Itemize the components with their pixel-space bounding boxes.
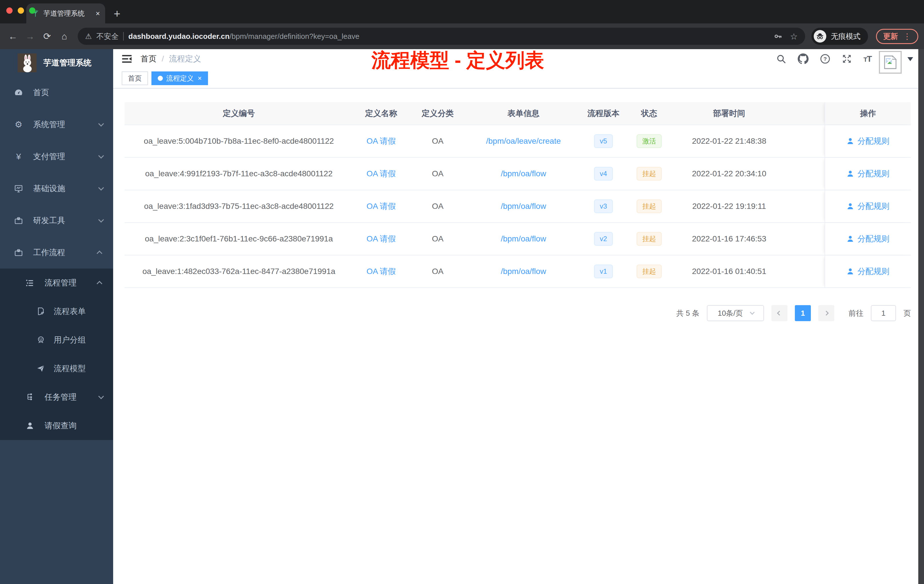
form-link[interactable]: /bpm/oa/flow — [501, 202, 546, 211]
sidebar: 芋道管理系统 首页 ⚙ 系统管理 ¥ 支付管理 — [0, 49, 113, 584]
new-tab-button[interactable]: + — [114, 8, 120, 20]
definition-name-link[interactable]: OA 请假 — [366, 168, 396, 179]
reload-icon[interactable]: ⟳ — [40, 31, 54, 42]
assign-rule-label: 分配规则 — [858, 266, 889, 277]
breadcrumb-separator: / — [162, 54, 164, 63]
col-header-version: 流程版本 — [581, 102, 626, 125]
col-header-category: 定义分类 — [409, 102, 466, 125]
cell-category: OA — [409, 158, 466, 190]
font-size-icon[interactable]: TT — [863, 54, 871, 64]
sidebar-item-process-form[interactable]: 流程表单 — [0, 297, 113, 326]
assign-rule-link[interactable]: 分配规则 — [846, 168, 889, 179]
hamburger-icon[interactable] — [122, 54, 132, 63]
form-link[interactable]: /bpm/oa/flow — [501, 169, 546, 178]
help-icon[interactable]: ? — [820, 54, 830, 64]
zoom-window-button[interactable] — [29, 7, 35, 14]
cell-definition-id: oa_leave:1:482ec033-762a-11ec-8477-a2380… — [125, 256, 353, 287]
avatar[interactable] — [879, 51, 902, 74]
definition-name-link[interactable]: OA 请假 — [366, 266, 396, 277]
version-badge: v2 — [594, 232, 612, 246]
page-scrollbar[interactable] — [918, 49, 924, 584]
next-page-button[interactable] — [818, 305, 834, 321]
window-controls[interactable] — [6, 7, 35, 14]
breadcrumb-home[interactable]: 首页 — [140, 53, 157, 64]
group-icon — [36, 336, 46, 344]
form-link[interactable]: /bpm/oa/flow — [501, 234, 546, 243]
avatar-caret-icon[interactable] — [908, 57, 913, 64]
sidebar-logo[interactable]: 芋道管理系统 — [0, 49, 113, 77]
sidebar-item-devtools[interactable]: 研发工具 — [0, 205, 113, 237]
sidebar-item-label: 基础设施 — [33, 183, 65, 194]
cell-category: OA — [409, 256, 466, 287]
sidebar-item-process-mgmt[interactable]: 流程管理 — [0, 269, 113, 297]
chevron-up-icon — [97, 251, 102, 256]
sidebar-item-task-mgmt[interactable]: 任务管理 — [0, 383, 113, 411]
assign-rule-link[interactable]: 分配规则 — [846, 136, 889, 147]
update-button[interactable]: 更新 ⋮ — [876, 29, 918, 44]
incognito-badge: 无痕模式 — [812, 28, 868, 45]
sidebar-item-user-group[interactable]: 用户分组 — [0, 326, 113, 354]
goto-suffix: 页 — [903, 308, 911, 318]
search-icon[interactable] — [776, 54, 786, 64]
sidebar-item-leave-query[interactable]: 请假查询 — [0, 411, 113, 440]
current-page[interactable]: 1 — [795, 305, 811, 321]
sidebar-item-label: 流程模型 — [54, 363, 86, 374]
definition-name-link[interactable]: OA 请假 — [366, 233, 396, 244]
sidebar-item-home[interactable]: 首页 — [0, 77, 113, 109]
browser-tab[interactable]: 芋道管理系统 × — [26, 3, 105, 23]
assign-rule-link[interactable]: 分配规则 — [846, 266, 889, 277]
sidebar-item-label: 用户分组 — [54, 335, 86, 345]
warning-icon[interactable]: ⚠ — [85, 32, 92, 41]
url-path: /bpm/manager/definition?key=oa_leave — [229, 32, 360, 41]
address-bar[interactable]: ⚠ 不安全 dashboard.yudao.iocoder.cn/bpm/man… — [78, 28, 805, 45]
definition-name-link[interactable]: OA 请假 — [366, 201, 396, 212]
svg-text:?: ? — [823, 56, 827, 62]
yen-icon: ¥ — [14, 152, 23, 161]
form-link[interactable]: /bpm/oa/leave/create — [486, 137, 561, 146]
chevron-down-icon — [750, 310, 754, 315]
total-count: 共 5 条 — [676, 308, 700, 318]
tag-process-definition[interactable]: 流程定义 × — [152, 71, 208, 85]
goto-page-input[interactable] — [871, 305, 896, 321]
minimize-window-button[interactable] — [18, 7, 24, 14]
sidebar-item-label: 任务管理 — [45, 392, 77, 403]
github-icon[interactable] — [798, 53, 808, 64]
cell-category: OA — [409, 190, 466, 222]
omnibox-divider — [123, 32, 124, 41]
tag-close-icon[interactable]: × — [198, 74, 202, 82]
sidebar-item-workflow[interactable]: 工作流程 — [0, 237, 113, 269]
user-icon — [25, 421, 35, 430]
key-icon[interactable] — [774, 32, 782, 41]
sidebar-item-infra[interactable]: 基础设施 — [0, 173, 113, 205]
tag-label: 流程定义 — [166, 74, 194, 83]
col-header-status: 状态 — [626, 102, 672, 125]
chevron-down-icon — [98, 185, 104, 191]
tab-close-icon[interactable]: × — [96, 9, 100, 18]
tag-home[interactable]: 首页 — [122, 71, 148, 85]
sidebar-menu: 首页 ⚙ 系统管理 ¥ 支付管理 基础设施 — [0, 77, 113, 440]
assign-rule-link[interactable]: 分配规则 — [846, 201, 889, 212]
forward-icon[interactable]: → — [23, 31, 37, 42]
page-size-select[interactable]: 10条/页 — [707, 305, 764, 321]
sidebar-item-system[interactable]: ⚙ 系统管理 — [0, 109, 113, 140]
form-link[interactable]: /bpm/oa/flow — [501, 267, 546, 276]
sidebar-item-payment[interactable]: ¥ 支付管理 — [0, 140, 113, 173]
sidebar-item-process-model[interactable]: 流程模型 — [0, 354, 113, 383]
bookmark-star-icon[interactable]: ☆ — [790, 31, 798, 41]
browser-toolbar: ← → ⟳ ⌂ ⚠ 不安全 dashboard.yudao.iocoder.cn… — [0, 23, 924, 49]
page-size-value: 10条/页 — [718, 308, 743, 318]
close-window-button[interactable] — [6, 7, 13, 14]
back-icon[interactable]: ← — [6, 31, 20, 42]
version-badge: v3 — [594, 200, 612, 213]
assign-rule-link[interactable]: 分配规则 — [846, 233, 889, 244]
cell-deploy-time: 2022-01-22 19:19:11 — [672, 190, 786, 222]
monitor-icon — [14, 184, 23, 193]
home-icon[interactable]: ⌂ — [57, 31, 71, 42]
prev-page-button[interactable] — [771, 305, 787, 321]
definition-name-link[interactable]: OA 请假 — [366, 136, 396, 147]
col-header-id: 定义编号 — [125, 102, 353, 125]
menu-dots-icon[interactable]: ⋮ — [903, 32, 911, 41]
fullscreen-icon[interactable] — [842, 54, 852, 64]
app-title: 芋道管理系统 — [43, 58, 91, 68]
sidebar-item-label: 系统管理 — [33, 119, 65, 130]
